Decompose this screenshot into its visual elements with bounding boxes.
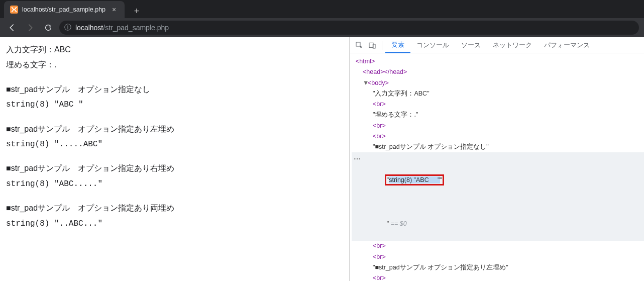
dom-selected-text: string(8) "ABC " bbox=[389, 176, 440, 183]
eq0-label: == $0 bbox=[389, 220, 406, 227]
url-display: localhost/str_pad_sample.php bbox=[75, 24, 169, 32]
dom-node[interactable]: <br> bbox=[352, 99, 644, 110]
dom-node[interactable]: <br> bbox=[352, 131, 644, 142]
arrow-left-icon bbox=[8, 23, 17, 32]
new-tab-button[interactable]: + bbox=[130, 4, 144, 18]
quote-close: " bbox=[440, 176, 442, 183]
dom-node[interactable]: <html> bbox=[352, 56, 644, 67]
section-title: ■str_padサンプル オプション指定あり左埋め bbox=[6, 122, 343, 137]
browser-toolbar: ⓘ localhost/str_pad_sample.php bbox=[0, 18, 644, 37]
tab-title: localhost/str_pad_sample.php bbox=[22, 6, 105, 13]
dom-node[interactable]: <br> bbox=[352, 273, 644, 281]
url-host: localhost bbox=[75, 24, 103, 32]
section-result: string(8) "ABC....." bbox=[6, 176, 343, 192]
section-result: string(8) ".....ABC" bbox=[6, 137, 343, 152]
section-title: ■str_padサンプル オプション指定なし bbox=[6, 82, 343, 97]
section-result: string(8) "ABC " bbox=[6, 97, 343, 112]
page-content: 入力文字列：ABC 埋める文字：. ■str_padサンプル オプション指定なし… bbox=[0, 37, 349, 281]
tab-sources[interactable]: ソース bbox=[455, 37, 487, 53]
dom-node[interactable]: <br> bbox=[352, 241, 644, 251]
browser-tab-active[interactable]: localhost/str_pad_sample.php × bbox=[4, 1, 125, 18]
dom-node-body[interactable]: ▼<body> bbox=[352, 78, 644, 88]
dom-node[interactable]: <br> bbox=[352, 121, 644, 131]
dom-actions-icon[interactable]: ⋯ bbox=[354, 155, 361, 162]
section-title: ■str_padサンプル オプション指定あり両埋め bbox=[6, 201, 343, 216]
section-result: string(8) "..ABC..." bbox=[6, 216, 343, 231]
dom-node[interactable]: <br> bbox=[352, 252, 644, 262]
close-tab-icon[interactable]: × bbox=[110, 6, 119, 14]
tab-performance[interactable]: パフォーマンス bbox=[538, 37, 596, 53]
device-toolbar-icon[interactable] bbox=[366, 39, 379, 52]
xampp-favicon-icon bbox=[10, 6, 18, 14]
browser-tab-bar: localhost/str_pad_sample.php × + bbox=[0, 0, 644, 18]
dom-selected-node[interactable]: ⋯ "string(8) "ABC "" bbox=[352, 152, 644, 208]
url-path: /str_pad_sample.php bbox=[103, 24, 169, 32]
reload-button[interactable] bbox=[41, 21, 55, 35]
inspect-element-icon[interactable] bbox=[353, 39, 366, 52]
forward-button bbox=[23, 21, 37, 35]
site-info-icon[interactable]: ⓘ bbox=[64, 23, 71, 32]
dom-text-node[interactable]: "■str_padサンプル オプション指定あり左埋め" bbox=[352, 262, 644, 273]
dom-node[interactable]: <head></head> bbox=[352, 67, 644, 77]
tab-console[interactable]: コンソール bbox=[410, 37, 455, 53]
dom-text-node[interactable]: "埋める文字：." bbox=[352, 110, 644, 120]
back-button[interactable] bbox=[5, 21, 19, 35]
section-title: ■str_padサンプル オプション指定あり右埋め bbox=[6, 161, 343, 176]
dom-text-node[interactable]: "■str_padサンプル オプション指定なし" bbox=[352, 142, 644, 152]
tab-network[interactable]: ネットワーク bbox=[487, 37, 538, 53]
svg-rect-2 bbox=[369, 43, 373, 47]
dom-tree[interactable]: <html> <head></head> ▼<body> "入力文字列：ABC"… bbox=[350, 53, 644, 281]
divider bbox=[382, 41, 382, 50]
devtools-tabbar: 要素 コンソール ソース ネットワーク パフォーマンス bbox=[350, 37, 644, 53]
address-bar[interactable]: ⓘ localhost/str_pad_sample.php bbox=[59, 21, 639, 35]
reload-icon bbox=[44, 24, 52, 32]
devtools-panel: 要素 コンソール ソース ネットワーク パフォーマンス <html> <head… bbox=[349, 37, 644, 281]
page-line-padchar: 埋める文字：. bbox=[6, 57, 343, 72]
page-line-input: 入力文字列：ABC bbox=[6, 42, 343, 57]
main-split: 入力文字列：ABC 埋める文字：. ■str_padサンプル オプション指定なし… bbox=[0, 37, 644, 281]
arrow-right-icon bbox=[26, 23, 35, 32]
dom-eq0-row: " == $0 bbox=[352, 208, 644, 241]
tab-elements[interactable]: 要素 bbox=[385, 37, 410, 53]
dom-text-node[interactable]: "入力文字列：ABC" bbox=[352, 88, 644, 99]
